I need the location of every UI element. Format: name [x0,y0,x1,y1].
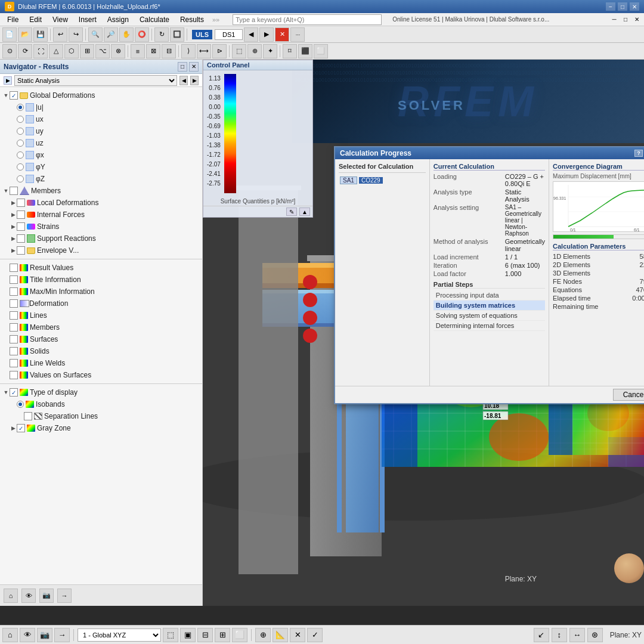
cb-gray-zone[interactable]: ✓ [17,424,25,432]
tree-gray-zone[interactable]: ▶ ✓ Gray Zone [0,422,202,434]
menu-insert[interactable]: Insert [74,14,101,25]
pan-btn[interactable]: ✋ [119,27,134,42]
rotate-btn[interactable]: ↻ [154,27,169,42]
t2-btn18[interactable]: ⌑ [283,44,297,58]
cancel-button[interactable]: Cancel [613,389,644,401]
tree-separation-lines[interactable]: ▶ Separation Lines [0,410,202,422]
t2-btn9[interactable]: ≡ [131,44,145,58]
tree-isobands[interactable]: Isobands [0,398,202,410]
cb-surfaces[interactable] [10,335,18,343]
t2-btn20[interactable]: ⬜ [314,44,328,58]
t2-btn17[interactable]: ✦ [263,44,277,58]
cb-deformation[interactable] [10,299,18,308]
tree-support-reactions[interactable]: ▶ Support Reactions [0,233,202,244]
cb-line-welds[interactable] [10,359,18,367]
analysis-prev-btn[interactable]: ◀ [179,76,188,85]
tree-local-deformations[interactable]: ▶ Local Deformations [0,197,202,209]
radio-phix[interactable] [17,151,24,159]
select-btn[interactable]: ⭕ [135,27,149,42]
tree-maxmin-info[interactable]: ▶ Max/Min Information [0,286,202,298]
nav-arrow-btn[interactable]: → [57,589,72,603]
bt-check-btn[interactable]: ✓ [307,628,323,642]
undo-btn[interactable]: ↩ [53,27,67,42]
tree-global-deformations[interactable]: ▼ ✓ Global Deformations [0,89,202,101]
tree-deform-uz[interactable]: uz [0,137,202,149]
nav-home-btn[interactable]: ⌂ [4,589,18,603]
t2-btn4[interactable]: △ [49,44,63,58]
cb-title-info[interactable] [10,275,18,284]
t2-btn16[interactable]: ⊕ [247,44,262,58]
bt-measure-btn[interactable]: 📐 [273,628,288,642]
ds1-selector[interactable]: DS1 [215,29,243,40]
nav-eye-btn[interactable]: 👁 [21,589,36,603]
bt-video-btn[interactable]: 📷 [37,628,52,642]
nav-restore-btn[interactable]: □ [178,62,187,72]
redo-btn[interactable]: ↪ [69,27,83,42]
expand-local-def[interactable]: ▶ [10,199,17,206]
menu-calculate[interactable]: Calculate [135,14,174,25]
open-btn[interactable]: 📂 [18,27,32,42]
t2-btn1[interactable]: ⊙ [2,44,17,58]
cb-lines[interactable] [10,311,18,320]
settings-btn[interactable]: ··· [290,27,305,42]
tree-deform-phix[interactable]: φx [0,149,202,161]
expand-strains[interactable]: ▶ [10,223,17,230]
menu-view[interactable]: View [48,14,73,25]
cb-maxmin-info[interactable] [10,287,18,296]
tree-result-values[interactable]: ▶ Result Values [0,262,202,274]
expand-support-react[interactable]: ▶ [10,235,17,242]
cb-support-react[interactable] [17,234,25,243]
radio-uy[interactable] [17,128,24,135]
bt-grid-btn[interactable]: ⊕ [255,628,271,642]
expand-members[interactable]: ▼ [2,187,10,194]
view-selector[interactable]: 1 - Global XYZ [78,628,161,642]
t2-btn11[interactable]: ⊟ [162,44,176,58]
tree-surfaces[interactable]: ▶ Surfaces [0,333,202,345]
restore-btn[interactable]: □ [618,2,627,11]
bt-view-btn4[interactable]: ⊞ [215,628,230,642]
prev-lc-btn[interactable]: ◀ [244,27,258,42]
bt-home-btn[interactable]: ⌂ [2,628,18,642]
t2-btn7[interactable]: ⌥ [95,44,110,58]
nav-camera-btn[interactable]: 📷 [39,589,54,603]
t2-btn2[interactable]: ⟳ [18,44,32,58]
expand-envelope[interactable]: ▶ [10,247,17,254]
t2-btn12[interactable]: ⟩ [181,44,196,58]
menu-file[interactable]: File [2,14,23,25]
t2-btn8[interactable]: ⊗ [111,44,125,58]
cb-solids[interactable] [10,347,18,355]
tree-type-display[interactable]: ▼ ✓ Type of display [0,386,202,398]
zoom-out-btn[interactable]: 🔎 [104,27,118,42]
cb-result-values[interactable] [10,264,18,272]
menu-max-btn[interactable]: □ [621,15,630,24]
cb-members[interactable] [10,187,18,195]
analysis-dropdown[interactable]: Static Analysis [14,75,177,86]
cb-global-def[interactable]: ✓ [10,91,18,100]
search-input[interactable] [233,14,382,25]
tree-members[interactable]: ▼ Members [0,185,202,197]
radio-ux[interactable] [17,116,24,123]
t2-btn6[interactable]: ⊞ [80,44,94,58]
menu-edit[interactable]: Edit [24,14,47,25]
close-btn[interactable]: ✕ [630,2,639,11]
bt-eye-btn[interactable]: 👁 [20,628,35,642]
cb-separation-lines[interactable] [24,412,32,420]
t2-btn10[interactable]: ⊠ [146,44,160,58]
bt-view-btn2[interactable]: ▣ [180,628,196,642]
zoom-in-btn[interactable]: 🔍 [88,27,103,42]
bt-view-btn1[interactable]: ⬚ [163,628,178,642]
cb-local-def[interactable] [17,199,25,207]
cp-help-btn[interactable]: ? [634,150,643,157]
cb-values-surfaces[interactable] [10,371,18,379]
tree-title-info[interactable]: ▶ Title Information [0,274,202,286]
cb-strains[interactable] [17,222,25,231]
cb-members-vis[interactable] [10,323,18,332]
tree-deform-phiY[interactable]: φY [0,161,202,173]
expand-gray-zone[interactable]: ▶ [10,425,17,432]
tree-members-vis[interactable]: ▶ Members [0,321,202,333]
t2-btn19[interactable]: ⬛ [298,44,312,58]
menu-restore-btn[interactable]: ─ [609,15,619,24]
run-calc-btn[interactable]: ✕ [275,27,289,42]
tree-lines[interactable]: ▶ Lines [0,309,202,321]
bt-right1[interactable]: ↙ [534,628,549,642]
